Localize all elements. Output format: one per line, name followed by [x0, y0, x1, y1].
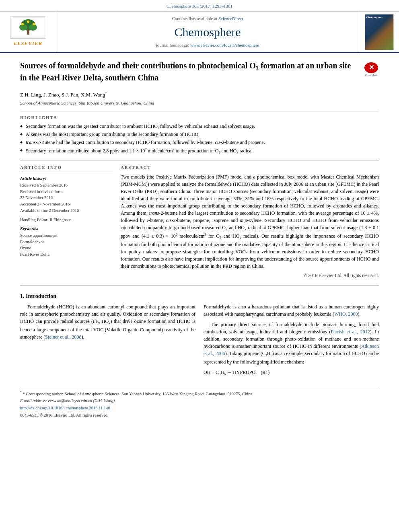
- ref-who[interactable]: WHO, 2000: [334, 311, 358, 317]
- received-date: Received 6 September 2016: [20, 183, 113, 189]
- body-col-left: Formaldehyde (HCHO) is an abundant carbo…: [20, 303, 195, 380]
- intro-p1: Formaldehyde (HCHO) is an abundant carbo…: [20, 303, 195, 341]
- journal-citation: Chemosphere 168 (2017) 1293–1301: [0, 0, 399, 12]
- accepted-date: Accepted 27 November 2016: [20, 201, 113, 207]
- footnote-star: * * Corresponding author. School of Atmo…: [20, 390, 379, 397]
- available-online: Available online 2 December 2016: [20, 208, 113, 214]
- article-history-label: Article history:: [20, 176, 113, 182]
- abstract-heading: ABSTRACT: [121, 164, 379, 171]
- elsevier-logo-area: ELSEVIER: [0, 12, 56, 52]
- abstract-column: ABSTRACT Two models (the Positive Matrix…: [121, 164, 379, 279]
- intro-section: 1. Introduction Formaldehyde (HCHO) is a…: [20, 292, 379, 381]
- highlight-item-2: Alkenes was the most important group con…: [20, 131, 379, 138]
- authors-text: Z.H. Ling, J. Zhao, S.J. Fan, X.M. Wang: [20, 92, 105, 98]
- handling-editor: Handling Editor: R Ebinghaus: [20, 217, 113, 223]
- main-content: Sources of formaldehyde and their contri…: [0, 53, 399, 427]
- elsevier-name: ELSEVIER: [14, 40, 43, 47]
- body-col-right: Formaldehyde is also a hazardous polluta…: [204, 303, 379, 380]
- received-revised-label: Received in revised form: [20, 189, 113, 195]
- main-divider: [20, 286, 379, 286]
- crossmark-badge[interactable]: ✕ CrossMark: [364, 62, 379, 78]
- sciencedirect-link[interactable]: ScienceDirect: [218, 16, 243, 21]
- svg-point-3: [19, 24, 27, 31]
- elsevier-logo: ELSEVIER: [10, 16, 46, 47]
- homepage-link[interactable]: www.elsevier.com/locate/chemosphere: [190, 43, 259, 47]
- homepage-line: journal homepage: www.elsevier.com/locat…: [156, 42, 259, 48]
- crossmark-label: CrossMark: [365, 74, 377, 78]
- keywords-block: Keywords: Source apportionment Formaldeh…: [20, 226, 113, 257]
- info-abstract-section: ARTICLE INFO Article history: Received 6…: [20, 164, 379, 279]
- body-two-col: Formaldehyde (HCHO) is an abundant carbo…: [20, 303, 379, 380]
- doi-link[interactable]: http://dx.doi.org/10.1016/j.chemosphere.…: [20, 406, 110, 410]
- abstract-text: Two models (the Positive Matrix Factoriz…: [121, 173, 379, 270]
- highlight-item-4: Secondary formation contributed about 2.…: [20, 147, 379, 155]
- reaction-equation: OH + C3H6 → HYPROPO2 (R1): [204, 369, 379, 377]
- doi-line: http://dx.doi.org/10.1016/j.chemosphere.…: [20, 405, 379, 411]
- svg-point-8: [27, 21, 29, 23]
- copyright-line: © 2016 Elsevier Ltd. All rights reserved…: [121, 272, 379, 279]
- handling-editor-block: Handling Editor: R Ebinghaus: [20, 217, 113, 223]
- svg-point-4: [29, 24, 37, 31]
- rule-2: [20, 160, 379, 160]
- highlight-item-3: trans-2-Butene had the largest contribut…: [20, 139, 379, 146]
- ref-parrish[interactable]: Parrish et al., 2012: [331, 329, 370, 335]
- keywords-label: Keywords:: [20, 226, 113, 232]
- journal-name: Chemosphere: [175, 24, 241, 41]
- ref-steiner[interactable]: Steiner et al., 2008: [45, 334, 81, 340]
- received-revised-date: 23 November 2016: [20, 195, 113, 201]
- article-title: Sources of formaldehyde and their contri…: [20, 60, 360, 83]
- journal-cover-right: Chemosphere: [359, 12, 399, 52]
- keyword-2: Formaldehyde: [20, 239, 113, 245]
- svg-point-7: [33, 23, 35, 25]
- journal-info-center: Contents lists available at ScienceDirec…: [56, 12, 359, 52]
- svg-point-6: [21, 23, 24, 25]
- article-info-heading: ARTICLE INFO: [20, 164, 113, 170]
- issn-line: 0045-6535/© 2016 Elsevier Ltd. All right…: [20, 413, 379, 419]
- ref-atkinson[interactable]: Atkinson et al., 2006: [204, 343, 379, 356]
- authors-line: Z.H. Ling, J. Zhao, S.J. Fan, X.M. Wang*: [20, 91, 379, 99]
- highlight-item-1: Secondary formation was the greatest con…: [20, 123, 379, 130]
- crossmark-logo: ✕: [364, 62, 378, 73]
- cover-text: Chemosphere: [366, 16, 383, 20]
- corresponding-marker: *: [105, 91, 107, 95]
- intro-heading: 1. Introduction: [20, 292, 379, 300]
- article-info-column: ARTICLE INFO Article history: Received 6…: [20, 164, 113, 279]
- journal-cover-thumbnail: Chemosphere: [365, 14, 394, 50]
- highlights-heading: HIGHLIGHTS: [20, 115, 379, 121]
- highlights-section: HIGHLIGHTS Secondary formation was the g…: [20, 115, 379, 155]
- keyword-1: Source apportionment: [20, 233, 113, 239]
- article-history-block: Article history: Received 6 September 20…: [20, 176, 113, 214]
- affiliation: School of Atmospheric Sciences, Sun Yat-…: [20, 100, 379, 106]
- elsevier-logo-image: [10, 16, 46, 39]
- sciencedirect-line: Contents lists available at ScienceDirec…: [172, 16, 243, 22]
- article-title-text-area: Sources of formaldehyde and their contri…: [20, 60, 360, 86]
- citation-link[interactable]: Chemosphere 168 (2017) 1293–1301: [167, 4, 232, 8]
- intro-right-p1: Formaldehyde is also a hazardous polluta…: [204, 303, 379, 318]
- journal-header: ELSEVIER Contents lists available at Sci…: [0, 12, 399, 53]
- article-title-section: Sources of formaldehyde and their contri…: [20, 60, 379, 86]
- keyword-3: Ozone: [20, 245, 113, 251]
- keyword-4: Pearl River Delta: [20, 252, 113, 258]
- footnotes-area: * * Corresponding author. School of Atmo…: [20, 387, 379, 418]
- keywords-list: Source apportionment Formaldehyde Ozone …: [20, 233, 113, 258]
- footnote-email: E-mail address: eeswxm@mailsysu.edu.cn (…: [20, 398, 379, 404]
- intro-right-p2: The primary direct sources of formaldehy…: [204, 321, 379, 366]
- rule-1: [20, 111, 379, 111]
- svg-rect-5: [27, 30, 29, 35]
